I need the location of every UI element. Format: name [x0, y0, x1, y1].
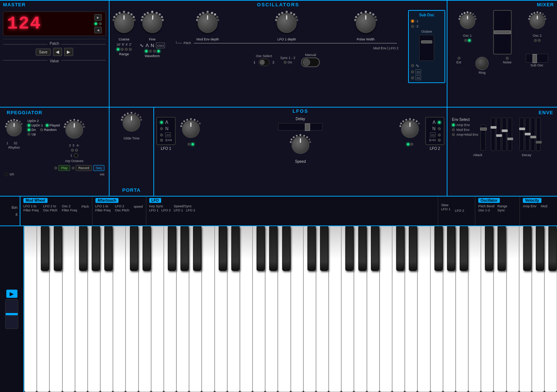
lfo1-wave-sq[interactable]: ▭ [160, 132, 172, 137]
white-key-f3[interactable] [240, 226, 253, 392]
lfo2-rate-knob[interactable] [401, 120, 419, 138]
mode-up[interactable]: Up [27, 132, 60, 136]
black-key-13[interactable] [193, 226, 201, 271]
range-led-3[interactable] [125, 48, 128, 51]
coarse-knob[interactable] [114, 13, 134, 33]
black-key-20[interactable] [282, 226, 290, 271]
octave-led-2[interactable] [75, 149, 78, 152]
black-key-32[interactable] [434, 226, 443, 271]
black-key-6[interactable] [104, 226, 113, 271]
white-key-c6[interactable] [468, 226, 481, 392]
mod-env-depth-knob[interactable] [198, 13, 218, 33]
mode-dn[interactable]: Dn Random [27, 128, 60, 132]
black-key-16[interactable] [231, 226, 240, 271]
white-key-c1[interactable] [24, 226, 37, 392]
arp-speed-knob[interactable] [65, 121, 83, 139]
delay-slider[interactable] [278, 123, 323, 131]
black-key-22[interactable] [307, 226, 316, 271]
patch-next-button[interactable]: ▶ [64, 48, 73, 56]
range-led-2[interactable] [121, 48, 124, 51]
waveform-led-1[interactable] [145, 50, 148, 53]
sub-wave-led-1[interactable] [411, 64, 414, 67]
dec-fader-4[interactable] [536, 118, 541, 151]
black-key-11[interactable] [168, 226, 176, 271]
white-key-f6[interactable] [506, 226, 519, 392]
bpm-down-button[interactable]: ◀ [94, 27, 102, 33]
osc2-level-knob[interactable] [530, 13, 545, 29]
octave-led-1[interactable] [71, 149, 74, 152]
manual-toggle[interactable] [301, 57, 320, 67]
black-key-23[interactable] [320, 226, 328, 271]
black-key-29[interactable] [396, 226, 404, 271]
lfo2-wave-sine[interactable]: Λ [429, 120, 441, 125]
white-key-c2[interactable] [113, 226, 126, 392]
black-key-19[interactable] [269, 226, 277, 271]
black-key-2[interactable] [54, 226, 62, 271]
black-key-8[interactable] [130, 226, 138, 271]
lfo1-rate-knob[interactable] [182, 120, 200, 138]
pitch-wheel[interactable] [5, 299, 18, 329]
black-key-25[interactable] [345, 226, 354, 271]
lfo1-wave-sine[interactable]: Λ [160, 120, 172, 125]
play-button[interactable]: Play [58, 165, 70, 171]
black-key-39[interactable] [523, 226, 531, 271]
octave-slider[interactable] [419, 35, 434, 61]
black-key-5[interactable] [92, 226, 100, 271]
white-key-f2[interactable] [151, 226, 164, 392]
lfo2-wave-tri[interactable]: N [429, 126, 441, 131]
black-key-26[interactable] [358, 226, 367, 271]
lfo2-wave-sh[interactable]: S+H [429, 138, 441, 142]
lfo-speed-knob[interactable] [291, 136, 309, 154]
sub-wave-led-3[interactable] [411, 76, 414, 79]
black-key-18[interactable] [257, 226, 265, 271]
pulse-width-knob[interactable] [356, 13, 376, 33]
env-select-fader[interactable] [481, 125, 486, 151]
main-level-fader[interactable] [493, 10, 512, 55]
lfo1-wave-sh[interactable]: S+H [160, 138, 172, 142]
sub-osc-led-2[interactable] [411, 25, 414, 28]
black-key-4[interactable] [79, 226, 87, 271]
white-key-c4[interactable] [291, 226, 303, 392]
play-transport-button[interactable]: ▶ [6, 290, 17, 298]
ring-knob[interactable] [475, 57, 489, 70]
white-key-f5[interactable] [417, 226, 430, 392]
waveform-led-3[interactable] [153, 50, 156, 53]
patch-prev-button[interactable]: ◀ [53, 48, 62, 56]
lfo1-depth-knob[interactable] [277, 13, 297, 33]
black-key-41[interactable] [548, 226, 557, 271]
arp-circle[interactable] [74, 153, 78, 158]
white-key-f4[interactable] [329, 226, 341, 392]
lfo2-wave-sq[interactable]: ▭ [429, 132, 441, 137]
sub-wave-led-2[interactable] [411, 70, 414, 73]
waveform-led-4[interactable] [157, 50, 160, 53]
lfo1-wave-tri[interactable]: N [160, 126, 172, 131]
range-led-4[interactable] [129, 48, 132, 51]
waveform-led-2[interactable] [149, 50, 152, 53]
black-key-12[interactable] [180, 226, 189, 271]
bpm-up-button[interactable]: ▶ [94, 14, 102, 21]
black-key-36[interactable] [485, 226, 493, 271]
atk-fader-1[interactable] [491, 118, 495, 151]
black-key-30[interactable] [409, 226, 417, 271]
save-button[interactable]: Save [36, 49, 51, 56]
atk-fader-4[interactable] [508, 118, 512, 151]
osc1-level-knob[interactable] [460, 13, 475, 29]
white-key-c5[interactable] [380, 226, 392, 392]
black-key-37[interactable] [498, 226, 506, 271]
dec-fader-3[interactable] [531, 118, 535, 151]
range-led-1[interactable] [117, 48, 120, 51]
black-key-27[interactable] [371, 226, 379, 271]
white-key-f1[interactable] [62, 226, 75, 392]
black-key-15[interactable] [219, 226, 227, 271]
rhythm-knob[interactable] [6, 121, 22, 136]
black-key-9[interactable] [143, 226, 151, 271]
dec-fader-1[interactable] [519, 118, 524, 151]
sub-osc-led-1[interactable] [411, 20, 414, 23]
black-key-1[interactable] [41, 226, 49, 271]
amp-env-option[interactable]: Amp Env [452, 123, 478, 127]
record-button[interactable]: Record [76, 165, 92, 171]
atk-fader-3[interactable] [502, 118, 506, 151]
seq-button[interactable]: Seq [93, 165, 104, 171]
white-key-c3[interactable] [202, 226, 214, 392]
glide-time-knob[interactable] [123, 114, 140, 132]
